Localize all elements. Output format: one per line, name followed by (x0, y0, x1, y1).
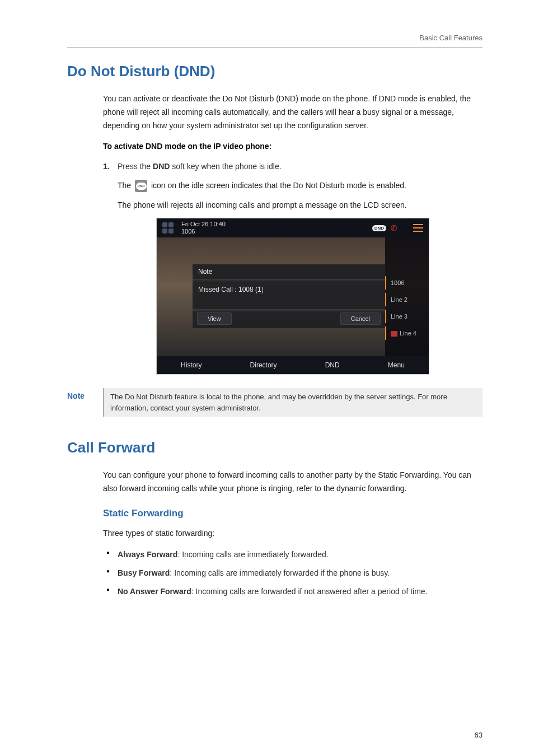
dnd-intro: You can activate or deactivate the Do No… (103, 92, 483, 132)
softkey-dnd[interactable]: DND (325, 361, 340, 369)
line-key[interactable]: Line 4 (385, 326, 429, 340)
step-text-pre: Press the (118, 162, 153, 171)
phone-screenshot: Fri Oct 26 10:40 1006 DND ✆ Note Missed … (156, 218, 429, 375)
step-1: 1. Press the DND soft key when the phone… (103, 160, 483, 174)
menu-icon (413, 224, 423, 232)
bullet-always-forward: Always Forward: Incoming calls are immed… (103, 548, 483, 561)
phone-time: Fri Oct 26 10:40 (181, 221, 226, 228)
softkey-menu[interactable]: Menu (388, 361, 405, 369)
step-text-post: soft key when the phone is idle. (170, 162, 281, 171)
text-pre: The (118, 181, 133, 190)
dnd-reject-line: The phone will rejects all incoming call… (118, 198, 483, 213)
note-block: Note The Do Not Disturb feature is local… (67, 388, 483, 417)
phone-note-popup: Note Missed Call : 1008 (1) View Cancel (193, 264, 385, 328)
bullet-rest: : Incoming calls are forwarded if not an… (191, 587, 428, 596)
heading-call-forward: Call Forward (67, 439, 483, 456)
phone-lines: 1006 Line 2 Line 3 Line 4 (385, 237, 429, 356)
bullet-rest: : Incoming calls are immediately forward… (170, 568, 390, 577)
line-key[interactable]: 1006 (385, 276, 429, 290)
heading-static-forwarding: Static Forwarding (103, 508, 483, 519)
bullet-busy-forward: Busy Forward: Incoming calls are immedia… (103, 567, 483, 580)
phone-statusbar: Fri Oct 26 10:40 1006 DND ✆ (157, 218, 429, 237)
breadcrumb: Basic Call Features (67, 34, 483, 42)
step-text: Press the DND soft key when the phone is… (118, 162, 282, 171)
line-status-icon (391, 331, 397, 337)
step-number: 1. (103, 160, 110, 174)
page-number: 63 (475, 731, 483, 739)
divider (67, 48, 483, 48)
cancel-button[interactable]: Cancel (340, 312, 381, 325)
phone-softkeys: History Directory DND Menu (157, 356, 429, 374)
activate-heading: To activate DND mode on the IP video pho… (103, 140, 483, 153)
types-intro: Three types of static forwarding: (103, 527, 483, 540)
phone-note-message: Missed Call : 1008 (1) (193, 282, 385, 309)
note-label: Note (67, 388, 103, 417)
view-button[interactable]: View (197, 312, 232, 325)
step-text-bold: DND (153, 162, 170, 171)
phone-time-ext: Fri Oct 26 10:40 1006 (181, 221, 226, 235)
dnd-icon: DND (135, 180, 147, 192)
dnd-icon-label: DND (136, 183, 147, 190)
line-key[interactable]: Line 3 (385, 310, 429, 323)
line-key[interactable]: Line 2 (385, 293, 429, 306)
dnd-icon-line: The DND icon on the idle screen indicate… (118, 178, 483, 193)
call-forward-intro: You can configure your phone to forward … (103, 469, 483, 496)
bullet-bold: No Answer Forward (118, 587, 191, 596)
line-label: Line 4 (400, 330, 416, 337)
phone-note-title: Note (193, 264, 385, 279)
bullet-no-answer-forward: No Answer Forward: Incoming calls are fo… (103, 585, 483, 598)
missed-call-icon: ✆ (391, 223, 397, 232)
phone-ext: 1006 (181, 228, 226, 235)
apps-icon (162, 222, 174, 234)
heading-dnd: Do Not Disturb (DND) (67, 63, 483, 80)
note-body: The Do Not Disturb feature is local to t… (103, 388, 483, 417)
softkey-history[interactable]: History (181, 361, 202, 369)
status-dnd-icon: DND (372, 225, 386, 231)
bullet-bold: Busy Forward (118, 568, 170, 577)
text-post: icon on the idle screen indicates that t… (151, 181, 406, 190)
bullet-rest: : Incoming calls are immediately forward… (177, 550, 328, 559)
bullet-bold: Always Forward (118, 550, 177, 559)
softkey-directory[interactable]: Directory (250, 361, 277, 369)
